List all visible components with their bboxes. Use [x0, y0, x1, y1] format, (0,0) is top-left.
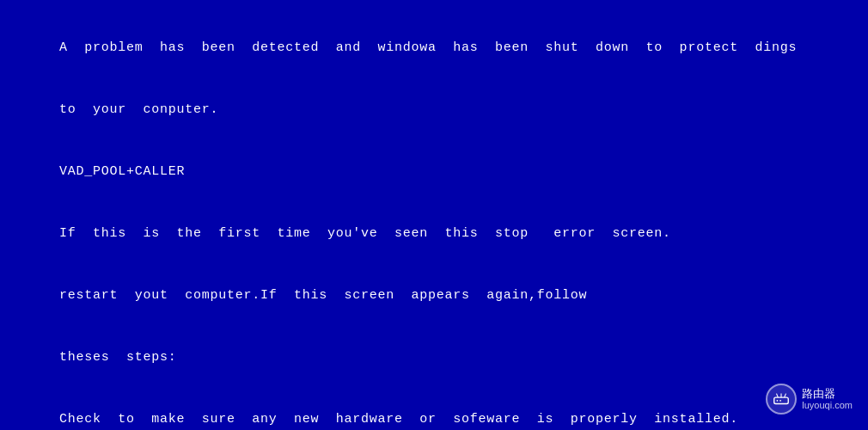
bsod-line3: VAD_POOL+CALLER [59, 164, 185, 179]
watermark-site: luyouqi.com [802, 400, 853, 411]
bsod-screen: A problem has been detected and windowa … [0, 0, 868, 430]
svg-line-5 [785, 394, 786, 398]
bsod-content: A problem has been detected and windowa … [26, 17, 842, 430]
watermark-icon [766, 384, 797, 415]
svg-line-3 [777, 394, 779, 398]
watermark-label: 路由器 luyouqi.com [802, 387, 853, 412]
router-icon [772, 390, 791, 408]
watermark-brand: 路由器 [802, 387, 853, 401]
svg-point-1 [777, 400, 779, 402]
watermark: 路由器 luyouqi.com [766, 384, 853, 415]
bsod-line5: restart yout computer.If this screen app… [59, 288, 587, 303]
bsod-line7: Check to make sure any new hardware or s… [59, 412, 738, 427]
bsod-line2: to your conputer. [59, 102, 218, 117]
svg-point-2 [779, 400, 781, 402]
bsod-line1: A problem has been detected and windowa … [59, 40, 797, 55]
bsod-line6: theses steps: [59, 350, 177, 365]
bsod-line4: If this is the first time you've seen th… [59, 226, 671, 241]
